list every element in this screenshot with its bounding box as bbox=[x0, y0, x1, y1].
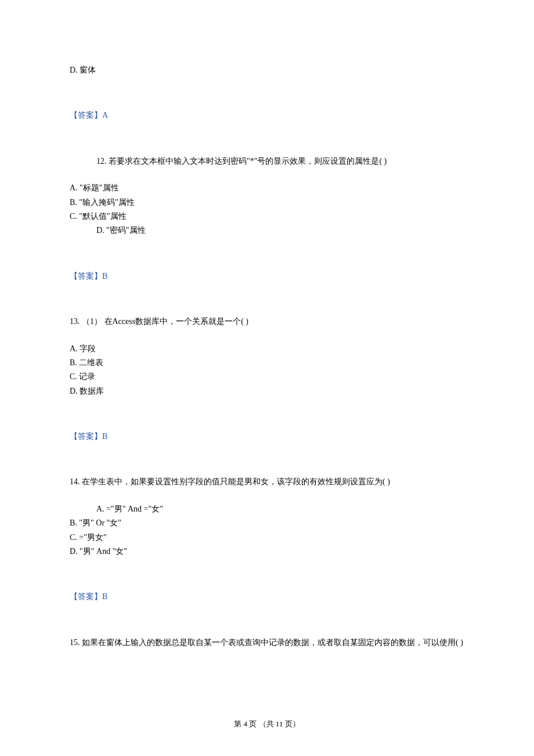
q13-optB: B. 二维表 bbox=[70, 357, 464, 369]
page-number: 第 4 页 （共 11 页） bbox=[234, 718, 300, 730]
q14-optB: B. "男" Or "女" bbox=[70, 517, 464, 530]
q15-stem: 15. 如果在窗体上输入的数据总是取自某一个表或查询中记录的数据，或者取自某固定… bbox=[70, 636, 464, 649]
q13-answer: 【答案】B bbox=[70, 430, 464, 443]
q11-optD: D. 窗体 bbox=[70, 64, 464, 77]
page: D. 窗体 【答案】A 12. 若要求在文本框中输入文本时达到密码"*"号的显示… bbox=[0, 0, 534, 756]
q14-answer: 【答案】B bbox=[70, 591, 464, 603]
q14-optC: C. ="男女" bbox=[70, 531, 464, 544]
q13-optA: A. 字段 bbox=[70, 343, 464, 355]
q12-optA: A. "标题"属性 bbox=[70, 182, 464, 195]
q13-optD: D. 数据库 bbox=[70, 385, 464, 398]
q12-stem: 12. 若要求在文本框中输入文本时达到密码"*"号的显示效果，则应设置的属性是(… bbox=[70, 155, 464, 168]
q13-stem: 13. （1） 在Access数据库中，一个关系就是一个( ) bbox=[70, 315, 464, 328]
q14-optD: D. "男" And "女" bbox=[70, 545, 464, 558]
q14-optA: A. ="男" And ="女" bbox=[70, 503, 464, 516]
q14-stem: 14. 在学生表中，如果要设置性别字段的值只能是男和女，该字段的有效性规则设置应… bbox=[70, 476, 464, 488]
q13-optC: C. 记录 bbox=[70, 370, 464, 383]
q12-optB: B. "输入掩码"属性 bbox=[70, 196, 464, 209]
q12-optD: D. "密码"属性 bbox=[70, 224, 464, 237]
page-footer: 第 4 页 （共 11 页） bbox=[0, 718, 534, 730]
q11-answer: 【答案】A bbox=[70, 109, 464, 122]
q12-optC: C. "默认值"属性 bbox=[70, 210, 464, 223]
q12-answer: 【答案】B bbox=[70, 270, 464, 283]
